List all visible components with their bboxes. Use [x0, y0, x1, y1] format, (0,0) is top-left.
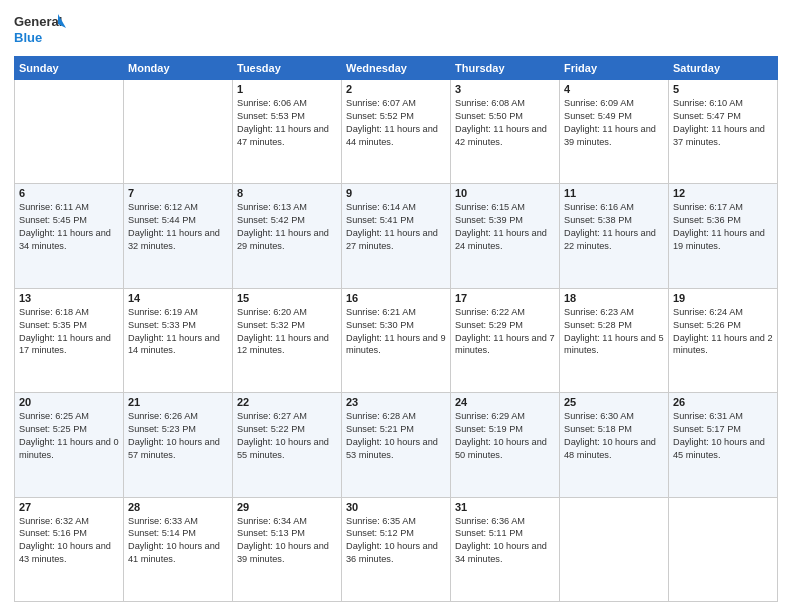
weekday-header-monday: Monday	[124, 57, 233, 80]
day-number: 12	[673, 187, 773, 199]
day-number: 24	[455, 396, 555, 408]
calendar-cell: 13Sunrise: 6:18 AMSunset: 5:35 PMDayligh…	[15, 288, 124, 392]
day-number: 2	[346, 83, 446, 95]
calendar-cell: 23Sunrise: 6:28 AMSunset: 5:21 PMDayligh…	[342, 393, 451, 497]
cell-info: Sunrise: 6:14 AMSunset: 5:41 PMDaylight:…	[346, 201, 446, 253]
cell-info: Sunrise: 6:15 AMSunset: 5:39 PMDaylight:…	[455, 201, 555, 253]
day-number: 8	[237, 187, 337, 199]
cell-info: Sunrise: 6:17 AMSunset: 5:36 PMDaylight:…	[673, 201, 773, 253]
calendar-cell: 9Sunrise: 6:14 AMSunset: 5:41 PMDaylight…	[342, 184, 451, 288]
calendar-cell: 14Sunrise: 6:19 AMSunset: 5:33 PMDayligh…	[124, 288, 233, 392]
cell-info: Sunrise: 6:06 AMSunset: 5:53 PMDaylight:…	[237, 97, 337, 149]
weekday-header-thursday: Thursday	[451, 57, 560, 80]
day-number: 22	[237, 396, 337, 408]
calendar-cell: 17Sunrise: 6:22 AMSunset: 5:29 PMDayligh…	[451, 288, 560, 392]
cell-info: Sunrise: 6:32 AMSunset: 5:16 PMDaylight:…	[19, 515, 119, 567]
day-number: 18	[564, 292, 664, 304]
svg-text:Blue: Blue	[14, 30, 42, 45]
week-row-2: 6Sunrise: 6:11 AMSunset: 5:45 PMDaylight…	[15, 184, 778, 288]
cell-info: Sunrise: 6:07 AMSunset: 5:52 PMDaylight:…	[346, 97, 446, 149]
calendar-cell: 4Sunrise: 6:09 AMSunset: 5:49 PMDaylight…	[560, 80, 669, 184]
day-number: 16	[346, 292, 446, 304]
day-number: 6	[19, 187, 119, 199]
day-number: 27	[19, 501, 119, 513]
day-number: 5	[673, 83, 773, 95]
calendar-cell: 12Sunrise: 6:17 AMSunset: 5:36 PMDayligh…	[669, 184, 778, 288]
weekday-header-row: SundayMondayTuesdayWednesdayThursdayFrid…	[15, 57, 778, 80]
cell-info: Sunrise: 6:35 AMSunset: 5:12 PMDaylight:…	[346, 515, 446, 567]
cell-info: Sunrise: 6:34 AMSunset: 5:13 PMDaylight:…	[237, 515, 337, 567]
page: General Blue SundayMondayTuesdayWednesda…	[0, 0, 792, 612]
calendar-cell: 7Sunrise: 6:12 AMSunset: 5:44 PMDaylight…	[124, 184, 233, 288]
calendar-cell: 29Sunrise: 6:34 AMSunset: 5:13 PMDayligh…	[233, 497, 342, 601]
cell-info: Sunrise: 6:12 AMSunset: 5:44 PMDaylight:…	[128, 201, 228, 253]
cell-info: Sunrise: 6:30 AMSunset: 5:18 PMDaylight:…	[564, 410, 664, 462]
logo: General Blue	[14, 10, 66, 48]
cell-info: Sunrise: 6:22 AMSunset: 5:29 PMDaylight:…	[455, 306, 555, 358]
day-number: 20	[19, 396, 119, 408]
day-number: 29	[237, 501, 337, 513]
cell-info: Sunrise: 6:21 AMSunset: 5:30 PMDaylight:…	[346, 306, 446, 358]
calendar-cell: 27Sunrise: 6:32 AMSunset: 5:16 PMDayligh…	[15, 497, 124, 601]
cell-info: Sunrise: 6:29 AMSunset: 5:19 PMDaylight:…	[455, 410, 555, 462]
day-number: 4	[564, 83, 664, 95]
day-number: 19	[673, 292, 773, 304]
cell-info: Sunrise: 6:09 AMSunset: 5:49 PMDaylight:…	[564, 97, 664, 149]
logo-svg: General Blue	[14, 10, 66, 48]
day-number: 28	[128, 501, 228, 513]
day-number: 30	[346, 501, 446, 513]
cell-info: Sunrise: 6:18 AMSunset: 5:35 PMDaylight:…	[19, 306, 119, 358]
cell-info: Sunrise: 6:25 AMSunset: 5:25 PMDaylight:…	[19, 410, 119, 462]
calendar-cell: 1Sunrise: 6:06 AMSunset: 5:53 PMDaylight…	[233, 80, 342, 184]
calendar-table: SundayMondayTuesdayWednesdayThursdayFrid…	[14, 56, 778, 602]
weekday-header-wednesday: Wednesday	[342, 57, 451, 80]
day-number: 1	[237, 83, 337, 95]
cell-info: Sunrise: 6:08 AMSunset: 5:50 PMDaylight:…	[455, 97, 555, 149]
cell-info: Sunrise: 6:26 AMSunset: 5:23 PMDaylight:…	[128, 410, 228, 462]
header: General Blue	[14, 10, 778, 48]
calendar-cell	[560, 497, 669, 601]
calendar-cell: 8Sunrise: 6:13 AMSunset: 5:42 PMDaylight…	[233, 184, 342, 288]
weekday-header-sunday: Sunday	[15, 57, 124, 80]
calendar-cell: 19Sunrise: 6:24 AMSunset: 5:26 PMDayligh…	[669, 288, 778, 392]
day-number: 23	[346, 396, 446, 408]
week-row-3: 13Sunrise: 6:18 AMSunset: 5:35 PMDayligh…	[15, 288, 778, 392]
cell-info: Sunrise: 6:13 AMSunset: 5:42 PMDaylight:…	[237, 201, 337, 253]
calendar-cell: 5Sunrise: 6:10 AMSunset: 5:47 PMDaylight…	[669, 80, 778, 184]
cell-info: Sunrise: 6:28 AMSunset: 5:21 PMDaylight:…	[346, 410, 446, 462]
calendar-cell: 24Sunrise: 6:29 AMSunset: 5:19 PMDayligh…	[451, 393, 560, 497]
cell-info: Sunrise: 6:10 AMSunset: 5:47 PMDaylight:…	[673, 97, 773, 149]
calendar-cell: 10Sunrise: 6:15 AMSunset: 5:39 PMDayligh…	[451, 184, 560, 288]
calendar-cell: 11Sunrise: 6:16 AMSunset: 5:38 PMDayligh…	[560, 184, 669, 288]
cell-info: Sunrise: 6:20 AMSunset: 5:32 PMDaylight:…	[237, 306, 337, 358]
calendar-cell	[15, 80, 124, 184]
day-number: 10	[455, 187, 555, 199]
cell-info: Sunrise: 6:19 AMSunset: 5:33 PMDaylight:…	[128, 306, 228, 358]
week-row-4: 20Sunrise: 6:25 AMSunset: 5:25 PMDayligh…	[15, 393, 778, 497]
calendar-cell: 26Sunrise: 6:31 AMSunset: 5:17 PMDayligh…	[669, 393, 778, 497]
day-number: 31	[455, 501, 555, 513]
cell-info: Sunrise: 6:16 AMSunset: 5:38 PMDaylight:…	[564, 201, 664, 253]
cell-info: Sunrise: 6:11 AMSunset: 5:45 PMDaylight:…	[19, 201, 119, 253]
calendar-cell: 25Sunrise: 6:30 AMSunset: 5:18 PMDayligh…	[560, 393, 669, 497]
week-row-5: 27Sunrise: 6:32 AMSunset: 5:16 PMDayligh…	[15, 497, 778, 601]
weekday-header-tuesday: Tuesday	[233, 57, 342, 80]
day-number: 14	[128, 292, 228, 304]
day-number: 11	[564, 187, 664, 199]
calendar-cell: 3Sunrise: 6:08 AMSunset: 5:50 PMDaylight…	[451, 80, 560, 184]
calendar-cell: 6Sunrise: 6:11 AMSunset: 5:45 PMDaylight…	[15, 184, 124, 288]
calendar-cell	[124, 80, 233, 184]
cell-info: Sunrise: 6:31 AMSunset: 5:17 PMDaylight:…	[673, 410, 773, 462]
calendar-body: 1Sunrise: 6:06 AMSunset: 5:53 PMDaylight…	[15, 80, 778, 602]
calendar-cell: 15Sunrise: 6:20 AMSunset: 5:32 PMDayligh…	[233, 288, 342, 392]
svg-text:General: General	[14, 14, 62, 29]
day-number: 3	[455, 83, 555, 95]
weekday-header-friday: Friday	[560, 57, 669, 80]
weekday-header-saturday: Saturday	[669, 57, 778, 80]
calendar-cell	[669, 497, 778, 601]
calendar-cell: 2Sunrise: 6:07 AMSunset: 5:52 PMDaylight…	[342, 80, 451, 184]
calendar-header: SundayMondayTuesdayWednesdayThursdayFrid…	[15, 57, 778, 80]
day-number: 13	[19, 292, 119, 304]
day-number: 26	[673, 396, 773, 408]
calendar-cell: 21Sunrise: 6:26 AMSunset: 5:23 PMDayligh…	[124, 393, 233, 497]
